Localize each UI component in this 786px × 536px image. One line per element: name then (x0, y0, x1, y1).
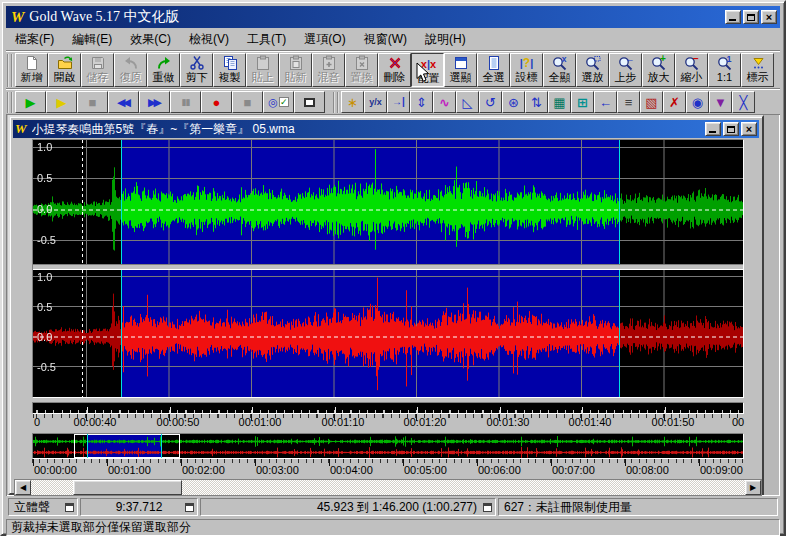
overview-waveform[interactable] (33, 434, 743, 458)
equalizer-button[interactable]: ≡ (617, 91, 640, 113)
new-button[interactable]: 新增 (15, 53, 48, 87)
replace-button[interactable]: 置換 (345, 53, 378, 87)
scroll-left-button[interactable]: ◀ (15, 480, 31, 495)
overview-time-label: 00:07:00 (552, 464, 595, 476)
doppler-button[interactable]: ∗ (341, 91, 364, 113)
right-channel-waveform[interactable] (33, 270, 743, 397)
pitch-button[interactable]: ⇕ (410, 91, 433, 113)
menu-tools[interactable]: 工具(T) (238, 29, 295, 50)
loop-icon: ◎ (268, 97, 278, 108)
selection-view-button[interactable]: 選顯 (444, 53, 477, 87)
close-icon: × (746, 124, 752, 134)
stop-button[interactable]: ■ (77, 91, 108, 113)
envelope-button[interactable]: ∿ (433, 91, 456, 113)
pitch-icon: ⇕ (416, 96, 427, 109)
shape-volume-button[interactable]: ◺ (456, 91, 479, 113)
toolbar-gripper[interactable] (7, 54, 13, 87)
left-channel-waveform[interactable] (33, 140, 743, 264)
expression-button[interactable]: y/x (364, 91, 387, 113)
overview-time-label: 00:08:00 (626, 464, 669, 476)
zoom-previous-button[interactable]: ←上步 (609, 53, 642, 87)
offset-button[interactable]: ⇅ (525, 91, 548, 113)
scroll-right-button[interactable]: ▶ (745, 480, 761, 495)
cd-read-button[interactable]: ◉ (686, 91, 709, 113)
app-logo-icon: W (11, 9, 24, 26)
equalizer-icon: ≡ (625, 96, 633, 109)
maximize-button[interactable] (743, 10, 759, 24)
show-all-button[interactable]: x全顯 (543, 53, 576, 87)
main-titlebar[interactable]: W Gold Wave 5.17 中文化版 × (6, 6, 780, 28)
zoom-selection-button[interactable]: 選放 (576, 53, 609, 87)
copy-button[interactable]: 複製 (213, 53, 246, 87)
menu-edit[interactable]: 編輯(E) (63, 29, 121, 50)
doc-close-button[interactable]: × (741, 122, 757, 136)
mix-button[interactable]: 混音 (312, 53, 345, 87)
doc-minimize-button[interactable] (705, 122, 721, 136)
menu-file[interactable]: 檔案(F) (6, 29, 63, 50)
close-button[interactable]: × (761, 10, 777, 24)
loop-settings-button[interactable]: ◎✓ (263, 91, 294, 113)
trim-button[interactable]: x|x配置 (411, 53, 444, 87)
svg-text:+: + (660, 55, 666, 64)
toolbar-gripper[interactable] (7, 92, 13, 113)
mechanize-button[interactable]: ⊛ (502, 91, 525, 113)
marker-button[interactable]: 標示 (741, 53, 774, 87)
monitor-button[interactable] (294, 91, 325, 113)
toolbar-gripper[interactable] (333, 92, 339, 113)
menu-options[interactable]: 選項(O) (295, 29, 354, 50)
minimize-icon (729, 19, 736, 21)
doc-maximize-button[interactable] (723, 122, 739, 136)
reverse-button[interactable]: ↺ (479, 91, 502, 113)
offset-icon: ⇅ (531, 96, 542, 109)
document-titlebar[interactable]: W 小提琴奏鳴曲第5號『春』~『第一樂章』 05.wma × (13, 120, 759, 138)
menu-help[interactable]: 說明(H) (416, 29, 475, 50)
overview-strip[interactable] (32, 433, 744, 459)
set-marker-button[interactable]: |?|設標 (510, 53, 543, 87)
stop-icon: ■ (89, 96, 97, 109)
spectrum-button[interactable]: ▼ (709, 91, 732, 113)
pause-button[interactable]: ▮▮ (170, 91, 201, 113)
open-button[interactable]: 開啟 (48, 53, 81, 87)
zoom-1to1-button[interactable]: 11:1 (708, 53, 741, 87)
play-selection-icon: ▶ (57, 96, 67, 109)
left-channel-panel: 1.0 0.5 0.0 -0.5 (33, 140, 743, 264)
redo-button[interactable]: 重做 (147, 53, 180, 87)
delete-button[interactable]: 刪除 (378, 53, 411, 87)
record-button[interactable]: ● (201, 91, 232, 113)
svg-text:−: − (693, 55, 699, 64)
noise-reduction-button[interactable]: ▧ (640, 91, 663, 113)
paste-button[interactable]: 貼上 (246, 53, 279, 87)
scrollbar-thumb[interactable] (73, 480, 182, 495)
play-button[interactable]: ▶ (15, 91, 46, 113)
menu-view[interactable]: 檢視(V) (180, 29, 238, 50)
undo-button[interactable]: 復原 (114, 53, 147, 87)
back-button[interactable]: ← (594, 91, 617, 113)
time-ruler[interactable]: 0 00:00:40 00:00:50 00:01:00 00:01:10 00… (32, 402, 744, 429)
select-all-button[interactable]: 全選 (477, 53, 510, 87)
pop-removal-button[interactable]: ✗ (663, 91, 686, 113)
playlist-button[interactable]: ▦ (548, 91, 571, 113)
match-button[interactable]: ⊞ (571, 91, 594, 113)
menu-effects[interactable]: 效果(C) (121, 29, 180, 50)
channel-mode-panel[interactable]: 立體聲 (8, 498, 78, 516)
paste-new-button[interactable]: 貼新 (279, 53, 312, 87)
record-stop-button[interactable]: ■ (232, 91, 263, 113)
zoom-in-button[interactable]: +放大 (642, 53, 675, 87)
rewind-button[interactable]: ◀◀ (108, 91, 139, 113)
play-selection-button[interactable]: ▶ (46, 91, 77, 113)
menu-window[interactable]: 視窗(W) (355, 29, 416, 50)
selection-range-panel[interactable]: 45.923 到 1:46.200 (1:00.277) (200, 498, 496, 516)
panel-window-icon (185, 503, 194, 512)
minimize-button[interactable] (725, 10, 741, 24)
total-length-panel[interactable]: 9:37.712 (80, 498, 198, 516)
cut-button[interactable]: 剪下 (180, 53, 213, 87)
seek-end-button[interactable]: →| (387, 91, 410, 113)
copy-pages-icon (222, 54, 238, 71)
zoom-out-button[interactable]: −縮小 (675, 53, 708, 87)
horizontal-scrollbar[interactable]: ◀ ▶ (14, 479, 762, 496)
time-label: 00:01:00 (239, 416, 282, 428)
reverse-icon: ↺ (485, 96, 496, 109)
spike-removal-button[interactable]: ╳ (732, 91, 755, 113)
fast-forward-button[interactable]: ▶▶ (139, 91, 170, 113)
save-button[interactable]: 儲存 (81, 53, 114, 87)
